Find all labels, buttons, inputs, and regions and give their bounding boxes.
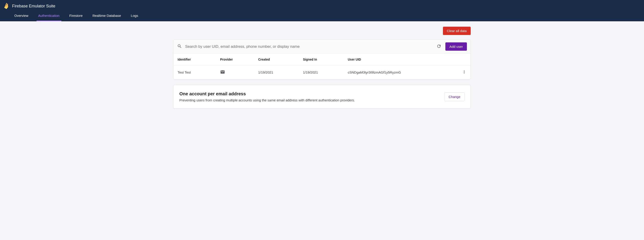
cell-created: 1/19/2021 xyxy=(258,70,303,74)
app-title: Firebase Emulator Suite xyxy=(12,4,55,9)
settings-title: One account per email address xyxy=(179,91,355,96)
page-content: Clear all data Add user Identifier Provi… xyxy=(165,21,479,123)
tab-authentication[interactable]: Authentication xyxy=(36,11,61,21)
top-actions: Clear all data xyxy=(173,27,471,35)
col-signed-in: Signed In xyxy=(303,58,348,61)
refresh-button[interactable] xyxy=(435,42,443,51)
tab-realtime-database[interactable]: Realtime Database xyxy=(91,11,123,21)
account-settings-card: One account per email address Preventing… xyxy=(173,85,471,108)
nav-tabs: Overview Authentication Firestore Realti… xyxy=(0,11,644,21)
firebase-logo-icon xyxy=(4,3,12,10)
add-user-button[interactable]: Add user xyxy=(446,42,467,51)
more-vert-icon xyxy=(462,71,466,75)
cell-provider xyxy=(220,70,258,75)
users-card: Add user Identifier Provider Created Sig… xyxy=(173,40,471,79)
col-created: Created xyxy=(258,58,303,61)
search-input[interactable] xyxy=(185,44,432,49)
table-row: Test Test 1/19/2021 1/19/2021 cSNDgaM3ty… xyxy=(174,65,470,79)
settings-text: One account per email address Preventing… xyxy=(179,91,355,102)
col-provider: Provider xyxy=(220,58,258,61)
tab-firestore[interactable]: Firestore xyxy=(68,11,84,21)
cell-user-uid: cSNDgaM3tyr3t9lzmAGf1y5RyzmG xyxy=(348,70,453,74)
brand: Firebase Emulator Suite xyxy=(0,0,644,11)
change-button[interactable]: Change xyxy=(444,92,465,101)
email-icon xyxy=(220,70,225,75)
tab-overview[interactable]: Overview xyxy=(12,11,30,21)
cell-identifier: Test Test xyxy=(178,70,220,74)
tab-logs[interactable]: Logs xyxy=(129,11,140,21)
settings-description: Preventing users from creating multiple … xyxy=(179,98,355,102)
col-user-uid: User UID xyxy=(348,58,453,61)
clear-all-data-button[interactable]: Clear all data xyxy=(443,27,471,35)
col-identifier: Identifier xyxy=(178,58,220,61)
search-input-wrap xyxy=(177,44,432,49)
search-row: Add user xyxy=(174,40,470,54)
row-menu-button[interactable] xyxy=(462,70,466,75)
table-header: Identifier Provider Created Signed In Us… xyxy=(174,54,470,65)
app-header: Firebase Emulator Suite Overview Authent… xyxy=(0,0,644,21)
refresh-icon xyxy=(436,44,441,49)
cell-signed-in: 1/19/2021 xyxy=(303,70,348,74)
search-icon xyxy=(177,44,182,49)
